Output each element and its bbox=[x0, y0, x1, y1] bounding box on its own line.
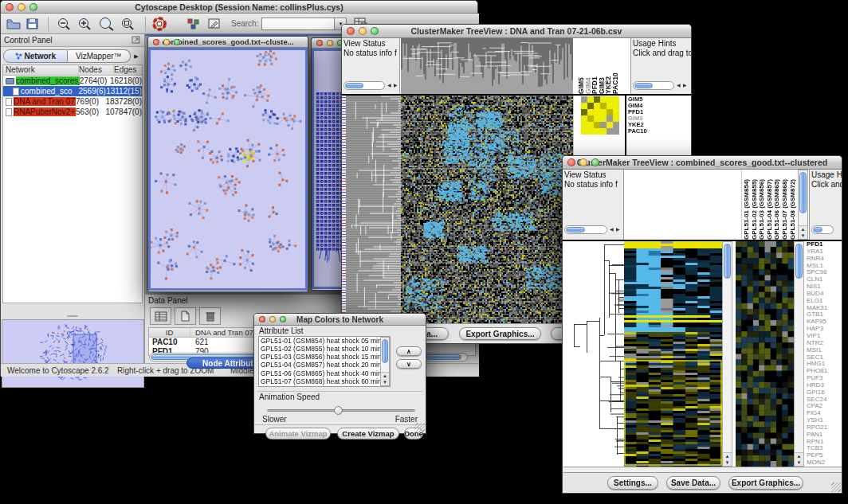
attribute-list-item[interactable]: GPL51-07 (GSM868) heat shock 60 min bbox=[261, 377, 390, 385]
scroll-right-icon[interactable]: ▶ bbox=[616, 225, 620, 234]
network-table-row[interactable]: combined_scores_ 2764(0) 16218(0) bbox=[3, 76, 142, 86]
matrix-cell[interactable] bbox=[594, 109, 600, 115]
matrix-cell[interactable] bbox=[581, 128, 587, 135]
column-label[interactable]: GPL51-08 (GSM872) bbox=[789, 170, 797, 240]
matrix-cell[interactable] bbox=[600, 128, 607, 135]
open-file-icon[interactable] bbox=[6, 18, 22, 30]
matrix-cell[interactable] bbox=[581, 96, 587, 103]
matrix-cell[interactable] bbox=[600, 96, 607, 103]
attribute-list-item[interactable]: GPL51-03 (GSM856) heat shock 15 min bbox=[261, 353, 390, 361]
scroll-down-icon[interactable]: ▼ bbox=[797, 459, 802, 466]
splitter-handle[interactable] bbox=[67, 315, 78, 317]
zoom-window-icon[interactable] bbox=[280, 316, 286, 322]
scroll-up-icon[interactable]: ▲ bbox=[801, 226, 806, 232]
minimize-icon[interactable] bbox=[18, 3, 26, 11]
gene-label[interactable]: MON2 bbox=[807, 459, 842, 467]
close-icon[interactable] bbox=[259, 316, 265, 322]
attribute-list-item[interactable]: GPL51-04 (GSM857) heat shock 20 min bbox=[261, 361, 390, 369]
column-dendrogram[interactable] bbox=[401, 38, 573, 94]
tab-network[interactable]: Network bbox=[3, 49, 68, 63]
matrix-cell[interactable] bbox=[607, 109, 613, 115]
network-overview-thumbnail[interactable] bbox=[2, 319, 144, 388]
zoom-out-icon[interactable] bbox=[57, 17, 73, 31]
matrix-cell[interactable] bbox=[587, 109, 594, 115]
column-label[interactable]: GPL51-02 (GSM855) bbox=[751, 170, 759, 240]
matrix-cell[interactable] bbox=[594, 122, 600, 128]
save-data-button[interactable]: Save Data... bbox=[666, 476, 720, 490]
resize-grip[interactable] bbox=[415, 423, 425, 432]
matrix-cell[interactable] bbox=[607, 122, 613, 128]
tab-overflow-button[interactable]: ▶ bbox=[131, 53, 142, 60]
resize-grip[interactable] bbox=[831, 483, 841, 492]
col-edges[interactable]: Edges bbox=[114, 65, 142, 75]
matrix-cell[interactable] bbox=[613, 103, 619, 109]
col-network[interactable]: Network bbox=[3, 65, 79, 75]
heatmap-vscrollbar[interactable]: ▲▼ bbox=[722, 241, 732, 467]
delete-attribute-button[interactable] bbox=[199, 307, 221, 325]
matrix-cell[interactable] bbox=[587, 122, 594, 128]
matrix-cell[interactable] bbox=[581, 115, 587, 122]
close-icon[interactable] bbox=[153, 39, 159, 45]
network-table-row[interactable]: RNAPuberNov2+ 563(0) 107847(0) bbox=[3, 107, 142, 117]
scroll-up-icon[interactable]: ▲ bbox=[725, 453, 730, 459]
close-icon[interactable] bbox=[316, 40, 323, 46]
animation-slider[interactable] bbox=[267, 406, 415, 414]
minimize-icon[interactable] bbox=[579, 158, 587, 166]
matrix-cell[interactable] bbox=[587, 96, 594, 103]
tab-vizmapper[interactable]: VizMapper™ bbox=[68, 49, 132, 63]
matrix-cell[interactable] bbox=[600, 122, 607, 128]
column-label[interactable]: GPL51-07 (GSM868) bbox=[781, 170, 789, 240]
view-status-scrollbar[interactable] bbox=[344, 81, 385, 90]
close-icon[interactable] bbox=[347, 27, 355, 35]
matrix-cell[interactable] bbox=[607, 103, 613, 109]
matrix-cell[interactable] bbox=[607, 96, 613, 103]
slider-thumb[interactable] bbox=[334, 406, 343, 415]
scroll-down-icon[interactable]: ▼ bbox=[725, 459, 730, 466]
column-labels-scrollbar[interactable]: ▲▼ bbox=[798, 170, 808, 240]
animate-vizmap-button[interactable]: Animate Vizmap bbox=[265, 428, 331, 440]
matrix-cell[interactable] bbox=[587, 115, 594, 122]
attribute-list-item[interactable]: GPL51-01 (GSM854) heat shock 05 min bbox=[261, 337, 390, 345]
matrix-cell[interactable] bbox=[594, 128, 600, 135]
matrix-cell[interactable] bbox=[600, 103, 607, 109]
minimize-icon[interactable] bbox=[269, 316, 276, 322]
main-title-bar[interactable]: Cytoscape Desktop (Session Name: collins… bbox=[1, 1, 477, 14]
matrix-cell[interactable] bbox=[613, 115, 619, 122]
search-input[interactable] bbox=[261, 18, 335, 30]
matrix-cell[interactable] bbox=[581, 103, 587, 109]
save-icon[interactable] bbox=[26, 18, 39, 30]
matrix-cell[interactable] bbox=[594, 103, 600, 109]
minimize-icon[interactable] bbox=[359, 27, 367, 35]
scroll-left-icon[interactable]: ◀ bbox=[387, 81, 391, 90]
attribute-list-scrollbar[interactable]: ▲▼ bbox=[380, 337, 390, 386]
scroll-down-icon[interactable]: ▼ bbox=[801, 232, 806, 239]
zoom-in-icon[interactable] bbox=[77, 17, 93, 31]
heatmap-main[interactable] bbox=[624, 241, 722, 467]
matrix-cell[interactable] bbox=[594, 115, 600, 122]
attribute-list-item[interactable]: GPL51-06 (GSM865) heat shock 40 min bbox=[261, 369, 390, 377]
col-nodes[interactable]: Nodes bbox=[79, 65, 114, 75]
move-up-button[interactable]: ∧ bbox=[396, 346, 422, 356]
heatmap-main[interactable] bbox=[401, 96, 573, 323]
network-table-row[interactable]: combined_sco 2569(6) 13112(15) bbox=[3, 86, 142, 96]
matrix-cell[interactable] bbox=[613, 122, 619, 128]
matrix-cell[interactable] bbox=[581, 122, 587, 128]
zoom-selected-icon[interactable] bbox=[98, 17, 116, 31]
scroll-left-icon[interactable]: ◀ bbox=[610, 225, 614, 234]
usage-hints-scrollbar[interactable] bbox=[633, 81, 674, 90]
matrix-cell[interactable] bbox=[613, 128, 619, 135]
close-icon[interactable] bbox=[567, 158, 575, 166]
column-label[interactable]: PAC10 bbox=[612, 38, 619, 94]
help-lifesaver-icon[interactable] bbox=[152, 17, 167, 31]
matrix-cell[interactable] bbox=[587, 103, 594, 109]
export-graphics-button[interactable]: Export Graphics... bbox=[459, 327, 541, 340]
scroll-right-icon[interactable]: ▶ bbox=[394, 81, 398, 90]
heatmap-global-view[interactable] bbox=[736, 241, 794, 467]
data-col-id[interactable]: ID bbox=[149, 328, 190, 337]
zoom-window-icon[interactable] bbox=[371, 27, 379, 35]
annotation-icon[interactable] bbox=[207, 18, 222, 30]
vizmapper-icon[interactable] bbox=[186, 18, 201, 30]
global-vscrollbar[interactable]: ▲▼ bbox=[794, 241, 804, 467]
attribute-listbox[interactable]: GPL51-01 (GSM854) heat shock 05 minGPL51… bbox=[258, 336, 391, 387]
column-label[interactable]: GPL51-03 (GSM856) bbox=[758, 170, 766, 240]
